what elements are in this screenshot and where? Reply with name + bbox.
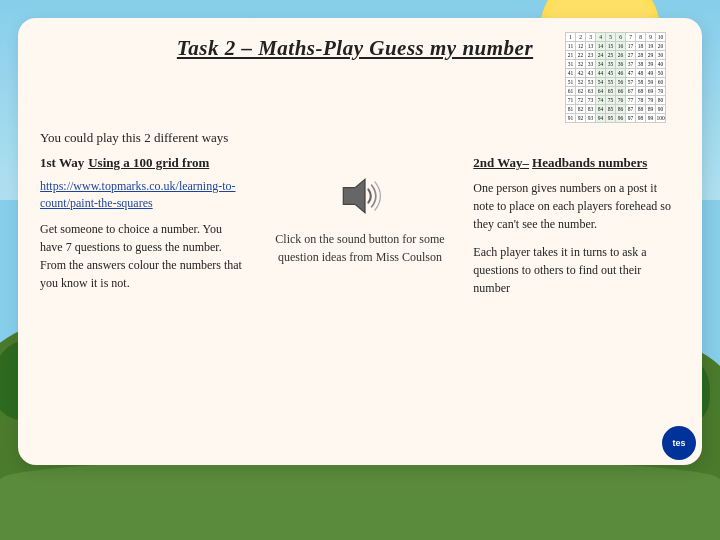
title-row: Task 2 – Maths-Play Guess my number 1234… (40, 36, 680, 123)
way1-title: Using a 100 grid from (88, 155, 209, 171)
sound-button[interactable] (333, 169, 387, 223)
way2-body2: Each player takes it in turns to ask a q… (473, 243, 680, 297)
way2-label: 2nd Way– (473, 155, 529, 171)
svg-marker-0 (343, 180, 365, 213)
way2-title: Headbands numbers (532, 155, 647, 171)
content-grid: 1st Way Using a 100 grid from https://ww… (40, 155, 680, 297)
ground (0, 460, 720, 540)
column-way2: 2nd Way– Headbands numbers One person gi… (473, 155, 680, 297)
way1-link[interactable]: https://www.topmarks.co.uk/learning-to-c… (40, 178, 247, 212)
way1-body: Get someone to choice a number. You have… (40, 220, 247, 292)
tes-badge: tes (662, 426, 696, 460)
click-sound-text: Click on the sound button for some quest… (257, 231, 464, 266)
main-title: Task 2 – Maths-Play Guess my number (155, 36, 555, 61)
you-could-text: You could play this 2 different ways (40, 129, 680, 147)
column-way1: 1st Way Using a 100 grid from https://ww… (40, 155, 247, 297)
speaker-icon (335, 171, 385, 221)
column-sound: Click on the sound button for some quest… (257, 155, 464, 297)
way1-label: 1st Way (40, 155, 84, 171)
way2-body1: One person gives numbers on a post it no… (473, 179, 680, 233)
title-area: Task 2 – Maths-Play Guess my number (155, 36, 555, 61)
grid-100-container: 1234567891011121314151617181920212223242… (565, 32, 680, 123)
hundred-grid: 1234567891011121314151617181920212223242… (565, 32, 666, 123)
main-card: Task 2 – Maths-Play Guess my number 1234… (18, 18, 702, 465)
